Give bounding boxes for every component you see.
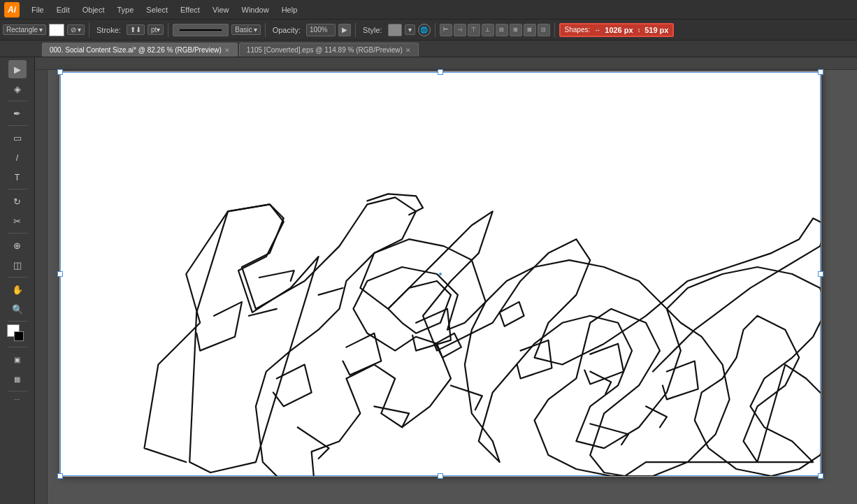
separator-4 — [355, 23, 356, 37]
background-swatch[interactable] — [14, 331, 24, 341]
menu-bar: Ai File Edit Object Type Select Effect V… — [0, 0, 857, 20]
tool-mode-dropdown[interactable]: Rectangle ▾ — [3, 24, 46, 35]
svg-line-7 — [319, 288, 343, 295]
separator-1 — [89, 23, 89, 37]
tab-converted-eps-label: 1105 [Converted].eps @ 114.89 % (RGB/Pre… — [247, 46, 403, 54]
stroke-label: Stroke: — [94, 26, 124, 34]
more-tools[interactable]: ··· — [13, 394, 21, 405]
menu-type[interactable]: Type — [113, 3, 139, 16]
menu-window[interactable]: Window — [237, 3, 274, 16]
tool-separator-4 — [8, 233, 27, 233]
scissors-tool[interactable]: ✂ — [8, 212, 27, 230]
svg-marker-2 — [388, 281, 451, 333]
tool-separator-3 — [8, 189, 27, 189]
fill-color-swatch[interactable] — [49, 24, 64, 36]
svg-marker-3 — [465, 260, 681, 462]
tab-social-content-close[interactable]: ✕ — [224, 47, 230, 54]
menu-view[interactable]: View — [208, 3, 234, 16]
tabs-bar: 000. Social Content Size.ai* @ 82.26 % (… — [0, 41, 857, 57]
align-left-btn[interactable]: ⊢ — [440, 24, 452, 36]
separator-3 — [265, 23, 266, 37]
tab-converted-eps-close[interactable]: ✕ — [405, 47, 411, 54]
svg-marker-4 — [535, 267, 821, 476]
fill-none-btn[interactable]: ▣ — [8, 350, 27, 368]
stroke-units-dropdown[interactable]: pt▾ — [147, 24, 164, 35]
tool-separator-8 — [8, 391, 27, 391]
distribute-h-btn[interactable]: ⊠ — [524, 24, 536, 36]
direct-selection-tool[interactable]: ◈ — [8, 80, 27, 98]
stroke-style-preview — [173, 24, 229, 36]
tool-separator-2 — [8, 125, 27, 126]
main-area: ▶ ◈ ✒ ▭ / T ↻ ✂ ⊕ ◫ ✋ 🔍 ▣ ▦ ··· — [0, 57, 857, 504]
tab-converted-eps[interactable]: 1105 [Converted].eps @ 114.89 % (RGB/Pre… — [239, 43, 419, 57]
separator-6 — [554, 23, 555, 37]
stroke-icon-dropdown[interactable]: ⊘▾ — [67, 24, 85, 35]
menu-edit[interactable]: Edit — [52, 3, 75, 16]
app-logo: Ai — [4, 2, 20, 17]
style-swatch[interactable] — [388, 24, 402, 36]
stroke-weight-stepper[interactable]: ⬆⬇ — [127, 24, 145, 35]
tool-separator-7 — [8, 347, 27, 347]
tool-separator-1 — [8, 101, 27, 101]
tab-social-content[interactable]: 000. Social Content Size.ai* @ 82.26 % (… — [42, 43, 238, 57]
menu-file[interactable]: File — [27, 3, 49, 16]
distribute-v-btn[interactable]: ⊡ — [538, 24, 550, 36]
rectangle-tool[interactable]: ▭ — [8, 129, 27, 147]
separator-5 — [435, 23, 435, 37]
align-center-v-btn[interactable]: ⊟ — [496, 24, 508, 36]
menu-object[interactable]: Object — [78, 3, 110, 16]
menu-help[interactable]: Help — [277, 3, 303, 16]
align-top-btn[interactable]: ⊥ — [482, 24, 494, 36]
style-label: Style: — [360, 26, 385, 34]
globe-icon[interactable]: 🌐 — [418, 24, 431, 36]
artboard[interactable] — [59, 71, 821, 477]
line-tool[interactable]: / — [8, 148, 27, 166]
graffiti-art — [60, 72, 821, 476]
style-dropdown[interactable]: ▾ — [405, 24, 415, 35]
left-ruler — [35, 70, 48, 504]
opacity-input[interactable] — [306, 24, 336, 36]
color-swatches — [7, 324, 28, 344]
align-center-h-btn[interactable]: ⊣ — [454, 24, 466, 36]
gradient-btn[interactable]: ▦ — [8, 370, 27, 388]
separator-2 — [168, 23, 168, 37]
tool-separator-5 — [8, 277, 27, 278]
svg-marker-5 — [695, 316, 821, 476]
hand-tool[interactable]: ✋ — [8, 280, 27, 298]
menu-select[interactable]: Select — [141, 3, 173, 16]
tool-separator-6 — [8, 321, 27, 322]
rotate-tool[interactable]: ↻ — [8, 192, 27, 210]
align-buttons: ⊢ ⊣ ⊤ ⊥ ⊟ ⊞ ⊠ ⊡ — [440, 24, 550, 36]
left-toolbox: ▶ ◈ ✒ ▭ / T ↻ ✂ ⊕ ◫ ✋ 🔍 ▣ ▦ ··· — [0, 57, 35, 504]
text-tool[interactable]: T — [8, 168, 27, 186]
shapes-label: Shapes: — [565, 26, 591, 34]
shapes-width: 1026 px — [605, 26, 633, 34]
svg-marker-0 — [189, 204, 318, 473]
pen-tool[interactable]: ✒ — [8, 104, 27, 122]
blend-tool[interactable]: ⊕ — [8, 236, 27, 254]
zoom-tool[interactable]: 🔍 — [8, 300, 27, 318]
stroke-style-dropdown[interactable]: Basic ▾ — [231, 24, 260, 35]
opacity-extra-btn[interactable]: ▶ — [338, 24, 351, 36]
shapes-dimensions-box: Shapes: ↔ 1026 px ↕ 519 px — [559, 23, 675, 37]
opacity-label: Opacity: — [270, 26, 303, 34]
toolbar: Rectangle ▾ ⊘▾ Stroke: ⬆⬇ pt▾ Basic ▾ Op… — [0, 20, 857, 41]
svg-marker-1 — [256, 239, 486, 476]
align-bottom-btn[interactable]: ⊞ — [510, 24, 522, 36]
stroke-line — [180, 29, 222, 31]
selection-tool[interactable]: ▶ — [8, 60, 27, 78]
align-right-btn[interactable]: ⊤ — [468, 24, 480, 36]
tab-social-content-label: 000. Social Content Size.ai* @ 82.26 % (… — [50, 46, 222, 54]
canvas-area[interactable] — [35, 57, 857, 504]
top-ruler — [35, 57, 857, 70]
menu-effect[interactable]: Effect — [175, 3, 205, 16]
artboard-tool[interactable]: ◫ — [8, 256, 27, 274]
shapes-height: 519 px — [644, 26, 668, 34]
